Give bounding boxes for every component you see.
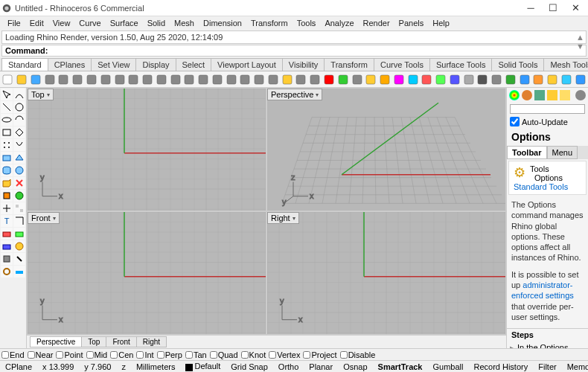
osnap-tan[interactable]: Tan xyxy=(185,350,207,359)
menu-options[interactable]: Options xyxy=(530,173,563,182)
tab-viewport-layout[interactable]: Viewport Layout xyxy=(211,58,283,71)
toolbar-button-4[interactable] xyxy=(57,73,70,86)
tab-visibility[interactable]: Visibility xyxy=(282,58,325,71)
menu-render[interactable]: Render xyxy=(359,19,394,28)
left-tool-0[interactable] xyxy=(1,89,13,100)
osnap-perp[interactable]: Perp xyxy=(157,350,182,359)
menu-edit[interactable]: Edit xyxy=(25,19,48,28)
menu-tools[interactable]: Tools xyxy=(530,164,563,173)
viewtab-right[interactable]: Right xyxy=(136,336,167,347)
viewport-label[interactable]: Perspective▾ xyxy=(267,89,322,100)
menu-dimension[interactable]: Dimension xyxy=(199,19,246,28)
menu-file[interactable]: File xyxy=(3,19,25,28)
toolbar-button-8[interactable] xyxy=(113,73,126,86)
tab-display[interactable]: Display xyxy=(135,58,176,71)
left-tool-20[interactable]: T xyxy=(1,215,13,227)
toolbar-button-1[interactable] xyxy=(16,73,28,86)
toolbar-button-33[interactable] xyxy=(462,73,475,86)
osnap-end[interactable]: End xyxy=(1,350,25,359)
toolbar-button-3[interactable] xyxy=(43,73,56,86)
toolbar-button-6[interactable] xyxy=(86,73,98,86)
history-scroll-icon[interactable]: ▲▼ xyxy=(576,33,584,51)
command-input[interactable] xyxy=(49,46,583,55)
osnap-int[interactable]: Int xyxy=(136,350,153,359)
toolbar-button-22[interactable] xyxy=(309,73,322,86)
command-history[interactable]: Loading Rhino Render, version 1.50, Aug … xyxy=(1,31,587,44)
left-tool-13[interactable] xyxy=(13,164,25,176)
tab-transform[interactable]: Transform xyxy=(324,58,374,71)
status-y[interactable]: y 7.960 xyxy=(82,362,113,371)
toolbar-button-41[interactable] xyxy=(574,73,587,86)
menu-view[interactable]: View xyxy=(48,19,75,28)
layers-icon[interactable] xyxy=(534,90,545,100)
auto-update-check[interactable] xyxy=(510,117,520,126)
viewport-label[interactable]: Right▾ xyxy=(267,212,299,224)
tab-menu[interactable]: Menu xyxy=(547,146,578,159)
tab-standard[interactable]: Standard xyxy=(1,58,48,71)
left-tool-29[interactable] xyxy=(13,266,25,278)
auto-update-checkbox[interactable]: Auto-Update xyxy=(507,115,588,128)
menu-tools[interactable]: Tools xyxy=(293,19,321,28)
toolbar-button-28[interactable] xyxy=(392,73,405,86)
toolbar-button-21[interactable] xyxy=(295,73,307,86)
toolbar-button-7[interactable] xyxy=(99,73,112,86)
chevron-down-icon[interactable]: ▾ xyxy=(47,92,50,98)
left-tool-12[interactable] xyxy=(1,164,13,176)
menu-surface[interactable]: Surface xyxy=(106,19,143,28)
command-line[interactable]: Command: xyxy=(1,45,587,57)
toolbar-button-11[interactable] xyxy=(155,73,167,86)
viewtab-top[interactable]: Top xyxy=(81,336,106,347)
viewport-label[interactable]: Top▾ xyxy=(28,89,54,100)
left-tool-10[interactable] xyxy=(1,152,13,164)
left-tool-1[interactable] xyxy=(13,89,25,100)
panel-search-input[interactable] xyxy=(510,104,585,114)
toolbar-button-12[interactable] xyxy=(169,73,182,86)
toolbar-button-25[interactable] xyxy=(351,73,363,86)
left-tool-22[interactable] xyxy=(1,228,13,240)
status-filter[interactable]: Filter xyxy=(536,362,558,371)
osnap-point[interactable]: Point xyxy=(56,350,83,359)
tab-solid-tools[interactable]: Solid Tools xyxy=(491,58,544,71)
status-units[interactable]: Millimeters xyxy=(134,362,178,371)
close-button[interactable]: ✕ xyxy=(564,2,587,13)
status-smarttrack[interactable]: SmartTrack xyxy=(376,362,425,371)
left-tool-16[interactable] xyxy=(1,190,13,202)
toolbar-button-26[interactable] xyxy=(365,73,377,86)
left-tool-14[interactable] xyxy=(1,177,13,189)
toolbar-button-27[interactable] xyxy=(379,73,392,86)
materials-icon[interactable] xyxy=(522,90,532,100)
viewport-front[interactable]: xyFront▾ xyxy=(28,212,266,334)
status-x[interactable]: x 13.999 xyxy=(40,362,76,371)
status-osnap[interactable]: Osnap xyxy=(341,362,369,371)
chevron-down-icon[interactable]: ▾ xyxy=(316,92,319,98)
menu-help[interactable]: Help xyxy=(428,19,454,28)
menu-curve[interactable]: Curve xyxy=(74,19,105,28)
status-gumball[interactable]: Gumball xyxy=(431,362,466,371)
left-tool-18[interactable] xyxy=(1,202,13,214)
toolbar-button-34[interactable] xyxy=(476,73,489,86)
standard-tools-link[interactable]: Standard Tools xyxy=(514,182,568,191)
status-memory[interactable]: Memory use: 397 MB xyxy=(565,362,588,371)
left-tool-6[interactable] xyxy=(1,126,13,138)
osnap-quad[interactable]: Quad xyxy=(210,350,238,359)
status-z[interactable]: z xyxy=(119,362,128,371)
toolbar-button-37[interactable] xyxy=(518,73,531,86)
tab-select[interactable]: Select xyxy=(176,58,212,71)
left-tool-11[interactable] xyxy=(13,152,25,164)
menu-mesh[interactable]: Mesh xyxy=(170,19,199,28)
toolbar-button-13[interactable] xyxy=(183,73,196,86)
toolbar-button-17[interactable] xyxy=(239,73,252,86)
toolbar-button-18[interactable] xyxy=(253,73,266,86)
toolbar-button-40[interactable] xyxy=(560,73,573,86)
status-layer[interactable]: Default xyxy=(183,362,223,371)
toolbar-button-36[interactable] xyxy=(505,73,517,86)
osnap-mid[interactable]: Mid xyxy=(86,350,108,359)
viewport-label[interactable]: Front▾ xyxy=(28,212,60,224)
toolbar-button-24[interactable] xyxy=(336,73,349,86)
render-icon[interactable] xyxy=(509,90,520,100)
toolbar-button-32[interactable] xyxy=(449,73,461,86)
toolbar-button-39[interactable] xyxy=(546,73,559,86)
status-cplane[interactable]: CPlane xyxy=(3,362,34,371)
tab-toolbar[interactable]: Toolbar xyxy=(507,146,547,159)
toolbar-button-35[interactable] xyxy=(490,73,503,86)
